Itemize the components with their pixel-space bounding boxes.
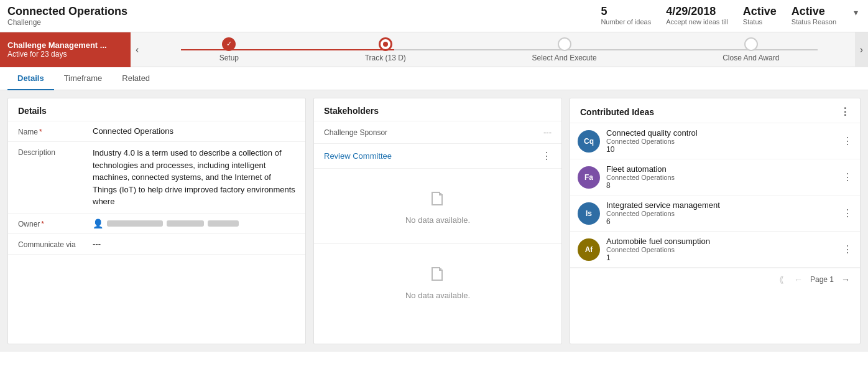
idea-count-cq: 10 — [606, 145, 836, 154]
idea-info-cq: Connected quality control Connected Oper… — [606, 128, 836, 154]
idea-subtitle-cq: Connected Operations — [606, 138, 836, 145]
tab-details[interactable]: Details — [7, 67, 54, 90]
details-card-header: Details — [8, 98, 305, 121]
step-circle-close — [744, 37, 758, 51]
form-row-owner: Owner * 👤 — [8, 214, 305, 234]
challenge-sponsor-row: Challenge Sponsor --- — [314, 121, 561, 144]
challenge-sponsor-label: Challenge Sponsor — [324, 128, 387, 137]
required-star-name: * — [39, 128, 42, 136]
idea-info-is: Integrated service management Connected … — [606, 200, 836, 226]
header-meta: 5 Number of ideas 4/29/2018 Accept new i… — [601, 5, 861, 26]
idea-info-fa: Fleet automation Connected Operations 8 — [606, 164, 836, 190]
step-label-setup: Setup — [219, 54, 239, 62]
form-value-communicate: --- — [93, 239, 295, 248]
idea-title-af: Automobile fuel consumption — [606, 237, 836, 246]
meta-date-label: Accept new ideas till — [666, 18, 728, 26]
no-data-text-1: No data available. — [405, 215, 470, 225]
page-header: Connected Operations Challenge 5 Number … — [0, 0, 868, 32]
meta-status-reason-value: Active — [792, 5, 825, 18]
review-committee-row: Review Committee ⋮ — [314, 144, 561, 169]
idea-subtitle-fa: Connected Operations — [606, 174, 836, 181]
challenge-sponsor-value: --- — [543, 128, 552, 137]
meta-date-value: 4/29/2018 — [666, 5, 716, 18]
details-card: Details Name * Connected Operations Desc… — [7, 98, 306, 344]
review-committee-label: Review Committee — [324, 151, 392, 161]
stakeholders-no-data-2: 🗋 No data available. — [314, 244, 561, 319]
pagination-next-button[interactable]: → — [839, 273, 852, 286]
progress-nav-left[interactable]: ‹ — [131, 32, 144, 67]
idea-title-is: Integrated service management — [606, 200, 836, 210]
meta-ideas-label: Number of ideas — [601, 18, 651, 26]
progress-steps: ✓ Setup Track (13 D) Select And Execute … — [144, 37, 854, 62]
tab-bar: Details Timeframe Related — [0, 67, 868, 90]
stakeholders-card: Stakeholders Challenge Sponsor --- Revie… — [313, 98, 562, 344]
header-expand-button[interactable]: ▾ — [851, 5, 861, 20]
step-label-track: Track (13 D) — [365, 54, 406, 62]
progress-line-active — [181, 49, 394, 50]
chevron-right-icon: › — [860, 44, 863, 55]
idea-title-cq: Connected quality control — [606, 128, 836, 138]
progress-bar: Challenge Management ... Active for 23 d… — [0, 32, 868, 67]
form-row-communicate: Communicate via --- — [8, 234, 305, 255]
pagination-page-text: Page 1 — [810, 275, 834, 284]
meta-status-label: Status — [743, 18, 762, 26]
pagination-prev-button[interactable]: ← — [792, 273, 805, 286]
form-value-name: Connected Operations — [93, 126, 295, 136]
meta-status-reason: Active Status Reason — [792, 5, 836, 26]
form-row-name: Name * Connected Operations — [8, 121, 305, 142]
checkmark-icon: ✓ — [226, 40, 232, 48]
idea-subtitle-af: Connected Operations — [606, 246, 836, 253]
step-track: Track (13 D) — [365, 37, 406, 62]
idea-row-is: Is Integrated service management Connect… — [570, 195, 860, 232]
challenge-name: Challenge Management ... — [7, 40, 123, 50]
idea-row-cq: Cq Connected quality control Connected O… — [570, 123, 860, 159]
idea-menu-is[interactable]: ⋮ — [843, 207, 852, 219]
step-circle-setup: ✓ — [222, 37, 236, 51]
owner-blur-1 — [107, 220, 163, 227]
progress-nav-right[interactable]: › — [855, 32, 868, 67]
step-label-select: Select And Execute — [532, 54, 596, 62]
ideas-pagination: ⟪ ← Page 1 → — [570, 268, 860, 291]
step-circle-track — [379, 37, 392, 51]
idea-avatar-is: Is — [578, 202, 600, 225]
progress-sidebar-item: Challenge Management ... Active for 23 d… — [0, 32, 131, 67]
idea-menu-cq[interactable]: ⋮ — [843, 135, 852, 147]
no-data-text-2: No data available. — [405, 291, 470, 300]
user-icon: 👤 — [93, 219, 103, 228]
idea-menu-fa[interactable]: ⋮ — [843, 171, 852, 183]
form-label-name: Name * — [18, 126, 93, 136]
required-star-owner: * — [41, 220, 44, 228]
idea-avatar-af: Af — [578, 238, 600, 261]
form-value-description: Industry 4.0 is a term used to describe … — [93, 147, 295, 208]
idea-title-fa: Fleet automation — [606, 164, 836, 174]
form-label-description: Description — [18, 147, 93, 157]
step-setup: ✓ Setup — [219, 37, 239, 62]
meta-status: Active Status — [743, 5, 777, 26]
form-value-owner: 👤 — [93, 219, 295, 228]
page-title: Connected Operations — [7, 5, 601, 18]
step-circle-select — [558, 37, 571, 51]
idea-subtitle-is: Connected Operations — [606, 210, 836, 217]
owner-blur-3 — [208, 220, 239, 227]
tab-timeframe[interactable]: Timeframe — [54, 67, 113, 90]
review-committee-menu[interactable]: ⋮ — [542, 150, 552, 162]
idea-row-af: Af Automobile fuel consumption Connected… — [570, 232, 860, 268]
form-row-description: Description Industry 4.0 is a term used … — [8, 142, 305, 214]
owner-blur-2 — [167, 220, 204, 227]
meta-status-value: Active — [743, 5, 777, 18]
stakeholders-card-header: Stakeholders — [314, 98, 561, 121]
idea-avatar-cq: Cq — [578, 130, 600, 153]
meta-status-reason-label: Status Reason — [792, 18, 836, 26]
step-close-award: Close And Award — [723, 37, 779, 62]
pagination-first-button[interactable]: ⟪ — [777, 273, 787, 286]
document-icon-2: 🗋 — [428, 263, 448, 286]
ideas-header-menu[interactable]: ⋮ — [840, 106, 850, 118]
header-title-section: Connected Operations Challenge — [7, 5, 601, 27]
challenge-days: Active for 23 days — [7, 50, 123, 59]
idea-menu-af[interactable]: ⋮ — [843, 243, 852, 255]
tab-related[interactable]: Related — [112, 67, 160, 90]
page-subtitle: Challenge — [7, 18, 601, 27]
ideas-header-label: Contributed Ideas — [580, 107, 654, 117]
idea-count-fa: 8 — [606, 181, 836, 190]
idea-avatar-fa: Fa — [578, 166, 600, 189]
